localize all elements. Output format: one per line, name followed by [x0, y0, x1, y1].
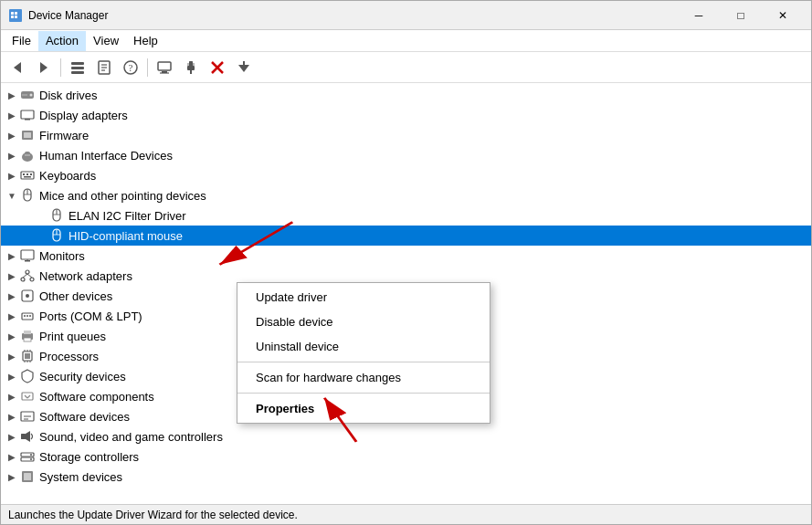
expand-firmware[interactable]: ▶ — [5, 128, 19, 142]
plug-button[interactable] — [178, 56, 204, 79]
elan-label: ELAN I2C Filter Driver — [69, 209, 186, 223]
hid-mouse-icon — [48, 227, 65, 244]
expand-mice[interactable]: ▼ — [5, 188, 19, 203]
menu-bar: File Action View Help — [1, 30, 811, 52]
svg-point-57 — [30, 278, 34, 281]
svg-point-61 — [26, 294, 29, 298]
expand-keyboards[interactable]: ▶ — [5, 168, 19, 183]
properties-button[interactable] — [91, 56, 117, 79]
help-button[interactable]: ? — [118, 56, 143, 79]
expand-network[interactable]: ▶ — [5, 268, 19, 283]
expand-monitors[interactable]: ▶ — [5, 248, 19, 263]
svg-line-59 — [27, 274, 32, 278]
tree-item-hid[interactable]: ▶ Human Interface Devices — [1, 145, 811, 165]
expand-sound[interactable]: ▶ — [5, 429, 19, 444]
svg-marker-5 — [14, 62, 21, 73]
toolbar-separator-2 — [147, 58, 148, 77]
software-components-icon — [19, 388, 36, 404]
svg-line-78 — [25, 395, 27, 398]
computer-button[interactable] — [152, 56, 177, 79]
svg-rect-77 — [22, 393, 33, 400]
tree-item-keyboards[interactable]: ▶ Keyboards — [1, 165, 811, 185]
expand-security[interactable]: ▶ — [5, 369, 19, 383]
ctx-separator-1 — [237, 362, 490, 362]
forward-button[interactable] — [31, 56, 57, 79]
svg-rect-8 — [71, 67, 84, 69]
install-button[interactable] — [231, 56, 257, 79]
ctx-scan-hardware[interactable]: Scan for hardware changes — [237, 365, 490, 390]
status-bar: Launches the Update Driver Wizard for th… — [1, 504, 811, 524]
svg-text:?: ? — [129, 62, 133, 73]
ctx-disable-device[interactable]: Disable device — [237, 310, 490, 334]
expand-display-adapters[interactable]: ▶ — [5, 108, 19, 122]
svg-marker-26 — [238, 65, 249, 72]
expand-storage[interactable]: ▶ — [5, 449, 19, 464]
processors-label: Processors — [39, 350, 99, 363]
title-bar: Device Manager ─ □ ✕ — [1, 1, 811, 30]
tree-item-firmware[interactable]: ▶ Firmware — [1, 125, 811, 145]
svg-rect-39 — [23, 173, 25, 175]
system-icon — [19, 468, 36, 485]
storage-label: Storage controllers — [39, 450, 139, 464]
tree-item-mice[interactable]: ▼ Mice and other pointing devices — [1, 185, 811, 205]
expand-software-devices[interactable]: ▶ — [5, 409, 19, 424]
expand-processors[interactable]: ▶ — [5, 349, 19, 363]
expand-other[interactable]: ▶ — [5, 289, 19, 303]
tree-item-system[interactable]: ▶ System devices — [1, 467, 811, 487]
window-title: Device Manager — [28, 9, 678, 22]
toolbar-separator-1 — [60, 58, 61, 77]
processors-icon — [19, 348, 36, 364]
other-icon — [19, 288, 36, 304]
svg-rect-9 — [71, 71, 84, 74]
tree-item-storage[interactable]: ▶ Storage controllers — [1, 446, 811, 467]
svg-point-29 — [30, 94, 33, 97]
tree-item-elan[interactable]: ▶ ELAN I2C Filter Driver — [1, 205, 811, 226]
display-adapters-icon — [19, 107, 36, 123]
window-icon — [8, 8, 23, 23]
tree-item-sound[interactable]: ▶ Sound, video and game controllers — [1, 426, 811, 446]
svg-rect-32 — [25, 119, 30, 121]
menu-file[interactable]: File — [5, 31, 38, 51]
expand-disk-drives[interactable]: ▶ — [5, 88, 19, 102]
minimize-button[interactable]: ─ — [678, 2, 720, 29]
expand-hid[interactable]: ▶ — [5, 148, 19, 163]
tree-item-hid-mouse[interactable]: ▶ HID-compliant mouse — [1, 226, 811, 246]
ctx-update-driver[interactable]: Update driver — [237, 285, 490, 310]
close-button[interactable]: ✕ — [762, 2, 804, 29]
svg-point-87 — [30, 454, 32, 456]
security-icon — [19, 368, 36, 384]
expand-system[interactable]: ▶ — [5, 469, 19, 484]
monitors-label: Monitors — [39, 249, 85, 263]
svg-rect-68 — [24, 338, 31, 341]
expand-software-components[interactable]: ▶ — [5, 389, 19, 404]
svg-rect-2 — [15, 12, 17, 15]
svg-rect-7 — [71, 62, 84, 65]
network-label: Network adapters — [39, 269, 132, 283]
tree-item-disk-drives[interactable]: ▶ Disk drives — [1, 85, 811, 105]
show-list-button[interactable] — [65, 56, 90, 79]
back-button[interactable] — [5, 56, 30, 79]
tree-item-monitors[interactable]: ▶ Monitors — [1, 246, 811, 266]
menu-view[interactable]: View — [86, 31, 126, 51]
hid-mouse-label: HID-compliant mouse — [69, 229, 183, 243]
software-devices-icon — [19, 408, 36, 425]
print-icon — [19, 328, 36, 344]
remove-button[interactable] — [205, 56, 230, 79]
menu-action[interactable]: Action — [38, 31, 86, 51]
mice-label: Mice and other pointing devices — [39, 189, 206, 203]
monitors-icon — [19, 247, 36, 264]
maximize-button[interactable]: □ — [720, 2, 762, 29]
elan-icon — [48, 207, 65, 224]
menu-help[interactable]: Help — [126, 31, 165, 51]
firmware-icon — [19, 127, 36, 143]
expand-ports[interactable]: ▶ — [5, 309, 19, 323]
context-menu: Update driver Disable device Uninstall d… — [237, 282, 490, 424]
software-components-label: Software components — [39, 390, 154, 404]
ctx-uninstall-device[interactable]: Uninstall device — [237, 334, 490, 359]
svg-rect-70 — [25, 353, 30, 359]
tree-item-display-adapters[interactable]: ▶ Display adapters — [1, 105, 811, 125]
ctx-properties[interactable]: Properties — [237, 396, 490, 421]
expand-print[interactable]: ▶ — [5, 329, 19, 343]
device-manager-window: Device Manager ─ □ ✕ File Action View He… — [0, 0, 812, 525]
print-label: Print queues — [39, 330, 106, 343]
